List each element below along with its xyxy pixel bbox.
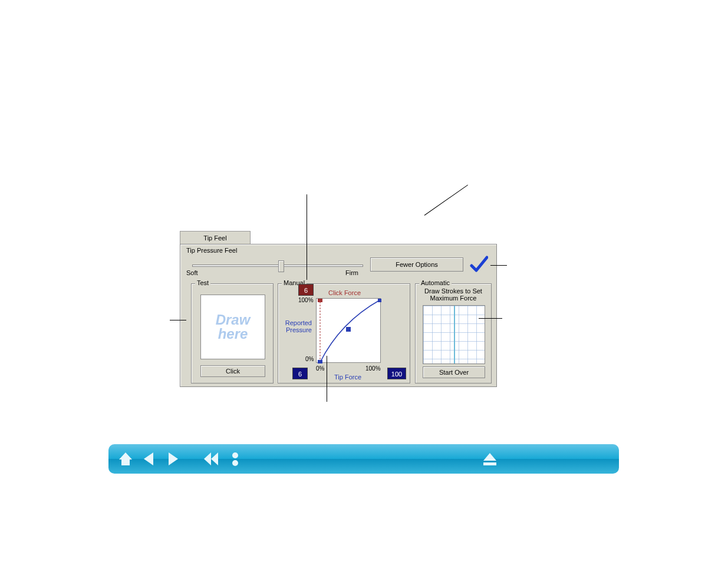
- svg-rect-7: [483, 462, 496, 465]
- svg-rect-3: [378, 299, 381, 302]
- svg-rect-1: [318, 360, 322, 363]
- pressure-curve-chart[interactable]: [316, 298, 381, 363]
- test-group-title: Test: [195, 279, 210, 286]
- x-100-tick: 100%: [365, 365, 381, 372]
- click-force-value[interactable]: 6: [298, 284, 314, 296]
- annotation-line: [490, 265, 507, 266]
- fewer-options-button[interactable]: Fewer Options: [370, 257, 463, 272]
- annotation-line: [424, 184, 468, 215]
- test-draw-area[interactable]: Draw here: [200, 295, 265, 359]
- eject-icon[interactable]: [481, 450, 499, 468]
- svg-point-6: [232, 460, 238, 466]
- start-over-button[interactable]: Start Over: [423, 366, 485, 378]
- reported-pressure-label: Reported Pressure: [281, 319, 312, 333]
- manual-group: Manual Click Force Reported Pressure Tip…: [278, 283, 410, 384]
- automatic-group-title: Automatic: [419, 279, 452, 286]
- automatic-draw-area[interactable]: [423, 305, 485, 364]
- annotation-line: [479, 318, 502, 319]
- x-0-tick: 0%: [316, 365, 324, 372]
- annotation-line: [327, 356, 327, 402]
- ok-checkmark-icon[interactable]: [469, 255, 488, 274]
- pressure-slider[interactable]: [192, 265, 363, 267]
- click-force-label: Click Force: [328, 289, 361, 296]
- tip-force-label: Tip Force: [334, 373, 361, 381]
- tip-force-min-value[interactable]: 6: [292, 368, 308, 379]
- svg-rect-4: [318, 299, 322, 302]
- rewind-icon[interactable]: [203, 450, 220, 468]
- y-0-tick: 0%: [305, 356, 314, 362]
- panel-title: Tip Pressure Feel: [186, 247, 237, 254]
- tip-feel-panel: Tip Pressure Feel Soft Firm Fewer Option…: [180, 244, 497, 387]
- home-icon[interactable]: [117, 450, 134, 468]
- navigation-toolbar: [108, 444, 619, 474]
- draw-here-line1: Draw: [216, 313, 251, 327]
- draw-here-line2: here: [218, 327, 248, 341]
- tab-tip-feel[interactable]: Tip Feel: [180, 231, 251, 244]
- test-group: Test Draw here Click: [191, 283, 274, 384]
- svg-point-5: [232, 452, 238, 458]
- tip-feel-dialog: Tip Feel Tip Pressure Feel Soft Firm Few…: [180, 231, 497, 387]
- test-click-button[interactable]: Click: [200, 365, 265, 377]
- y-100-tick: 100%: [298, 297, 314, 303]
- pressure-slider-thumb[interactable]: [278, 260, 284, 272]
- soft-label: Soft: [186, 269, 198, 276]
- next-icon[interactable]: [164, 450, 182, 468]
- auto-center-line: [454, 306, 455, 363]
- svg-rect-2: [346, 327, 351, 332]
- prev-icon[interactable]: [140, 450, 158, 468]
- tip-force-max-value[interactable]: 100: [387, 368, 406, 379]
- dots-icon[interactable]: [226, 450, 244, 468]
- annotation-line: [307, 194, 307, 280]
- firm-label: Firm: [345, 269, 358, 276]
- annotation-line: [170, 320, 186, 320]
- automatic-instructions: Draw Strokes to SetMaximum Force: [420, 287, 486, 302]
- automatic-group: Automatic Draw Strokes to SetMaximum For…: [415, 283, 492, 384]
